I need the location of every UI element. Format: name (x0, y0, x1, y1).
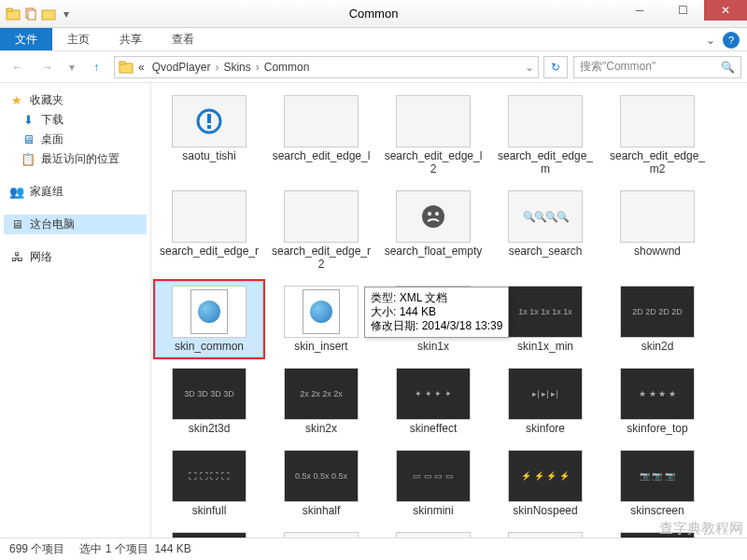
close-button[interactable]: ✕ (704, 0, 747, 21)
refresh-button[interactable]: ↻ (543, 56, 568, 78)
file-item[interactable]: ★ ★ ★ ★skinfore_top (603, 363, 712, 440)
file-item[interactable]: search_edit_edge_m2 (603, 91, 712, 180)
file-name: skin_common (175, 340, 244, 353)
sidebar-thispc[interactable]: 🖥这台电脑 (4, 215, 147, 234)
file-name: search_edit_edge_m2 (606, 149, 709, 175)
qat-dropdown-icon[interactable]: ▾ (59, 7, 74, 21)
file-name: search_edit_edge_l (273, 149, 371, 162)
file-name: search_edit_edge_r (160, 245, 259, 258)
network-icon: 🖧 (9, 250, 24, 265)
file-item[interactable]: ⚡ ⚡ ⚡ ⚡skinNospeed (491, 445, 599, 522)
file-item[interactable]: saotu_tishi (155, 91, 263, 180)
file-item[interactable]: search_edit_edge_l2 (379, 91, 487, 180)
back-button[interactable]: ← (6, 55, 30, 79)
minimize-button[interactable]: ─ (618, 0, 661, 21)
chevron-right-icon: › (256, 61, 260, 74)
file-item[interactable]: ⚡ ⚡ ⚡ ⚡skinspeed (155, 527, 263, 538)
tab-home[interactable]: 主页 (52, 28, 105, 50)
file-item[interactable]: search_float_empty (379, 186, 487, 275)
recent-button[interactable]: ▾ (65, 55, 78, 79)
crumb-2[interactable]: Skins (220, 61, 253, 74)
forward-button[interactable]: → (35, 55, 60, 79)
file-item[interactable]: ▭ ▭ ▭ ▭skinmini (379, 445, 487, 522)
file-item[interactable]: skin_insert (267, 281, 375, 357)
file-item[interactable]: skin_common (155, 281, 263, 357)
file-item[interactable]: 2x 2x 2x 2xskin2x (267, 363, 375, 440)
sidebar-favorites[interactable]: ★收藏夹 (4, 91, 147, 110)
sidebar-downloads[interactable]: ⬇下载 (4, 110, 147, 130)
up-button[interactable]: ↑ (84, 55, 108, 79)
tab-view[interactable]: 查看 (157, 28, 209, 50)
file-name: skinfore (526, 422, 565, 435)
file-name: skin1x (417, 340, 449, 353)
file-item[interactable]: showwnd (603, 186, 712, 275)
file-name: search_search (509, 245, 583, 258)
homegroup-icon: 👥 (9, 185, 24, 200)
file-name: search_edit_edge_m (494, 149, 597, 175)
crumb-3[interactable]: Common (261, 61, 313, 74)
recent-icon: 📋 (21, 152, 35, 167)
file-name: skin_insert (294, 340, 347, 353)
titlebar: ▾ Common ─ ☐ ✕ (0, 0, 747, 28)
pc-icon: 🖥 (9, 217, 24, 232)
sidebar-desktop[interactable]: 🖥桌面 (4, 130, 147, 149)
svg-rect-3 (28, 10, 35, 20)
help-button[interactable]: ? (723, 32, 740, 49)
file-item[interactable]: 0.5x 0.5x 0.5xskinhalf (267, 445, 375, 522)
file-item[interactable]: ✦ ✦ ✦ ✦skineffect (379, 363, 487, 440)
file-grid[interactable]: saotu_tishisearch_edit_edge_lsearch_edit… (151, 83, 747, 538)
svg-rect-1 (7, 8, 12, 11)
file-item[interactable]: 2D 2D 2D 2Dskin2d (603, 281, 712, 357)
chevron-down-icon[interactable]: ⌄ (525, 61, 534, 74)
search-input[interactable]: 搜索"Common" 🔍 (573, 56, 741, 78)
file-name: search_edit_edge_l2 (382, 149, 485, 175)
search-placeholder: 搜索"Common" (580, 59, 717, 75)
folder-icon (6, 7, 21, 21)
file-name: skin2t3d (189, 422, 231, 435)
sidebar-recent[interactable]: 📋最近访问的位置 (4, 149, 147, 169)
tooltip: 类型: XML 文档 大小: 144 KB 修改日期: 2014/3/18 13… (364, 287, 509, 338)
file-name: skin1x_min (517, 340, 573, 353)
star-icon: ★ (9, 93, 24, 108)
tab-file[interactable]: 文件 (0, 28, 52, 50)
file-item[interactable]: search_edit_edge_r (155, 186, 263, 275)
crumb-1[interactable]: QvodPlayer (149, 61, 214, 74)
file-item[interactable]: search_edit_edge_m (491, 91, 599, 180)
svg-point-11 (428, 212, 431, 216)
file-item[interactable]: search_edit_edge_r2 (267, 186, 375, 275)
folder-icon (119, 60, 134, 75)
file-item[interactable]: ▸| ▸| ▸|skinfore (491, 363, 599, 440)
file-name: showwnd (634, 245, 681, 258)
status-selection: 选中 1 个项目 144 KB (79, 541, 190, 557)
maximize-button[interactable]: ☐ (661, 0, 704, 21)
file-item[interactable]: 3D 3D 3D 3Dskin2t3d (155, 363, 263, 440)
props-icon[interactable] (41, 7, 56, 21)
sidebar-homegroup[interactable]: 👥家庭组 (4, 182, 147, 202)
file-name: skin2x (305, 422, 337, 435)
ribbon: 文件 主页 共享 查看 ⌄ ? (0, 28, 747, 51)
window-title: Common (349, 7, 399, 21)
crumb-prefix: « (135, 61, 148, 74)
file-item[interactable]: 📷 📷 📷skinscreen (603, 445, 712, 522)
watermark: 查字典教程网 (659, 520, 743, 538)
file-item[interactable]: slider_back_midrage (379, 527, 487, 538)
chevron-right-icon: › (215, 61, 218, 74)
file-item[interactable]: search_edit_edge_l (267, 91, 375, 180)
tab-share[interactable]: 共享 (105, 28, 157, 50)
copy-icon[interactable] (23, 7, 38, 21)
breadcrumb[interactable]: « QvodPlayer › Skins › Common ⌄ (114, 56, 539, 78)
search-icon: 🔍 (721, 61, 735, 74)
file-item[interactable]: slider_back_sound (491, 527, 599, 538)
file-name: skinNospeed (513, 504, 577, 517)
file-item[interactable]: 🔍🔍🔍🔍search_search (491, 186, 599, 275)
address-bar: ← → ▾ ↑ « QvodPlayer › Skins › Common ⌄ … (0, 51, 747, 83)
sidebar-network[interactable]: 🖧网络 (4, 247, 147, 267)
file-item[interactable]: ⛶ ⛶ ⛶ ⛶skinfull (155, 445, 263, 522)
svg-rect-4 (42, 10, 55, 20)
svg-point-12 (435, 212, 439, 216)
file-name: skineffect (410, 422, 457, 435)
quick-access: ▾ (0, 7, 79, 21)
download-icon: ⬇ (21, 113, 35, 128)
file-item[interactable]: slider_back_barrage (267, 527, 375, 538)
ribbon-expand-icon[interactable]: ⌄ (706, 34, 715, 47)
